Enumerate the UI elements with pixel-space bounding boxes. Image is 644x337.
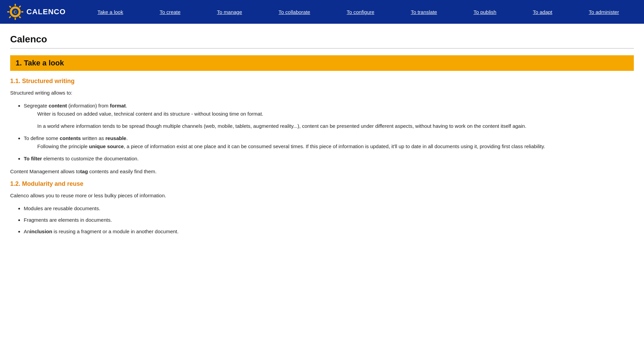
- nav-to-collaborate[interactable]: To collaborate: [273, 9, 316, 15]
- subsection1-title: 1.1. Structured writing: [10, 78, 634, 85]
- bullet-1: Segregate content (information) from for…: [24, 102, 634, 130]
- nav-to-adapt[interactable]: To adapt: [527, 9, 559, 15]
- svg-rect-7: [8, 16, 11, 19]
- nav-to-manage[interactable]: To manage: [211, 9, 248, 15]
- bullet-modules: Modules are reusable documents.: [24, 204, 634, 213]
- main-content: Calenco 1. Take a look 1.1. Structured w…: [0, 24, 644, 254]
- bullet-inclusion: Aninclusion is reusing a fragment or a m…: [24, 227, 634, 236]
- bullet-2: To define some contents written as reusa…: [24, 134, 634, 151]
- logo-text: CALENCO: [26, 7, 66, 16]
- subsection2-bullets: Modules are reusable documents. Fragment…: [10, 204, 634, 236]
- navbar: C CALENCO Take a look To create To manag…: [0, 0, 644, 24]
- title-divider: [10, 48, 634, 48]
- nav-to-create[interactable]: To create: [154, 9, 187, 15]
- bullet-3: To filter elements to customize the docu…: [24, 155, 634, 163]
- svg-text:C: C: [14, 9, 17, 15]
- nav-to-configure[interactable]: To configure: [341, 9, 381, 15]
- svg-rect-4: [21, 11, 23, 13]
- nav-take-a-look[interactable]: Take a look: [92, 9, 129, 15]
- nav-to-publish[interactable]: To publish: [467, 9, 503, 15]
- bullet-1-sub1: Writer is focused on added value, techni…: [24, 110, 634, 118]
- logo-link[interactable]: C CALENCO: [7, 3, 66, 20]
- bullet-fragments: Fragments are elements in documents.: [24, 216, 634, 224]
- bullet-2-sub1: Following the principle unique source, a…: [24, 142, 634, 151]
- svg-rect-2: [15, 18, 16, 20]
- svg-rect-8: [19, 16, 21, 19]
- svg-rect-3: [7, 11, 9, 13]
- nav-to-translate[interactable]: To translate: [405, 9, 443, 15]
- bullet-1-sub2: In a world where information tends to be…: [24, 122, 634, 130]
- section1-title: 1. Take a look: [16, 59, 628, 67]
- subsection2-title: 1.2. Modularity and reuse: [10, 180, 634, 187]
- subsection2-intro: Calenco allows you to reuse more or less…: [10, 192, 634, 200]
- nav-to-administer[interactable]: To administer: [583, 9, 625, 15]
- svg-rect-5: [9, 5, 12, 8]
- svg-rect-6: [19, 5, 21, 8]
- svg-rect-1: [15, 4, 16, 6]
- subsection1-intro: Structured writing allows to:: [10, 89, 634, 97]
- page-title: Calenco: [10, 34, 634, 45]
- subsection1-footer: Content Management allows totag contents…: [10, 167, 634, 176]
- subsection1-bullets: Segregate content (information) from for…: [10, 102, 634, 163]
- navbar-nav: Take a look To create To manage To colla…: [79, 9, 637, 15]
- section1-header: 1. Take a look: [10, 55, 634, 71]
- calenco-logo-icon: C: [7, 3, 24, 20]
